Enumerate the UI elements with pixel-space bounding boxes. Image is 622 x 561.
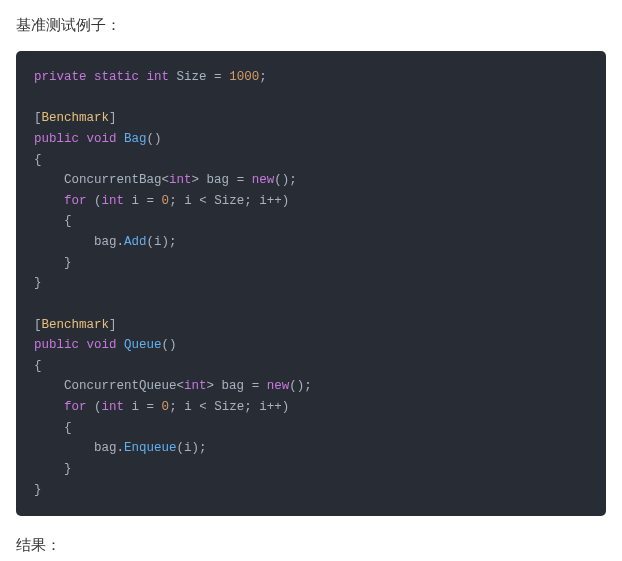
generic-int: int [184, 379, 207, 393]
type-int: int [147, 70, 170, 84]
indent [34, 235, 94, 249]
sp [199, 173, 207, 187]
type-void: void [87, 338, 117, 352]
eq: = [244, 379, 267, 393]
brace-close: } [34, 462, 72, 476]
kw-static: static [94, 70, 139, 84]
lp: ( [177, 441, 185, 455]
brace-open: { [34, 153, 42, 167]
var-i: i [132, 400, 140, 414]
attr-benchmark: Benchmark [42, 111, 110, 125]
tail: (); [274, 173, 297, 187]
lt-op: < [192, 194, 215, 208]
sp [124, 400, 132, 414]
type-int: int [102, 194, 125, 208]
kw-private: private [34, 70, 87, 84]
kw-for: for [64, 194, 87, 208]
brace-open: { [34, 359, 42, 373]
num-0: 0 [162, 400, 170, 414]
sp [124, 194, 132, 208]
lbracket: [ [34, 111, 42, 125]
fn-add: Add [124, 235, 147, 249]
obj-bag: bag [94, 441, 117, 455]
kw-public: public [34, 132, 79, 146]
lp: ( [147, 235, 155, 249]
lt-op: < [192, 400, 215, 414]
kw-new: new [252, 173, 275, 187]
kw-new: new [267, 379, 290, 393]
indent [34, 379, 64, 393]
semi: ; [259, 70, 267, 84]
var-i: i [132, 194, 140, 208]
fn-bag: Bag [124, 132, 147, 146]
type-int: int [102, 400, 125, 414]
var-bag: bag [222, 379, 245, 393]
var-size: Size [177, 70, 207, 84]
attr-benchmark: Benchmark [42, 318, 110, 332]
arg-i: i [184, 441, 192, 455]
heading-result: 结果： [0, 536, 622, 555]
indent [34, 441, 94, 455]
var-size: Size [214, 194, 244, 208]
sp: ( [87, 400, 102, 414]
eq: = [139, 400, 162, 414]
semi: ; [169, 400, 184, 414]
inc: ++) [267, 400, 290, 414]
dot: . [117, 441, 125, 455]
cls-concurrentbag: ConcurrentBag [64, 173, 162, 187]
fn-enqueue: Enqueue [124, 441, 177, 455]
paren: () [147, 132, 162, 146]
num-0: 0 [162, 194, 170, 208]
paren: () [162, 338, 177, 352]
brace-close: } [34, 256, 72, 270]
type-void: void [87, 132, 117, 146]
var-i: i [259, 400, 267, 414]
rp: ); [162, 235, 177, 249]
sp [214, 379, 222, 393]
indent [34, 194, 64, 208]
heading-example: 基准测试例子： [0, 16, 622, 35]
brace-close: } [34, 276, 42, 290]
lt: < [177, 379, 185, 393]
cls-concurrentqueue: ConcurrentQueue [64, 379, 177, 393]
indent [34, 173, 64, 187]
brace-close: } [34, 483, 42, 497]
tail: (); [289, 379, 312, 393]
sp: ( [87, 194, 102, 208]
fn-queue: Queue [124, 338, 162, 352]
var-i: i [259, 194, 267, 208]
rp: ); [192, 441, 207, 455]
brace-open: { [34, 214, 72, 228]
semi: ; [244, 194, 259, 208]
num-1000: 1000 [229, 70, 259, 84]
var-i: i [184, 400, 192, 414]
brace-open: { [34, 421, 72, 435]
gt: > [192, 173, 200, 187]
code-block-example: private static int Size = 1000; [Benchma… [16, 51, 606, 516]
eq: = [139, 194, 162, 208]
rbracket: ] [109, 318, 117, 332]
lt: < [162, 173, 170, 187]
semi: ; [244, 400, 259, 414]
kw-for: for [64, 400, 87, 414]
eq: = [207, 70, 230, 84]
var-bag: bag [207, 173, 230, 187]
dot: . [117, 235, 125, 249]
var-i: i [184, 194, 192, 208]
var-size: Size [214, 400, 244, 414]
gt: > [207, 379, 215, 393]
obj-bag: bag [94, 235, 117, 249]
kw-public: public [34, 338, 79, 352]
lbracket: [ [34, 318, 42, 332]
indent [34, 400, 64, 414]
semi: ; [169, 194, 184, 208]
inc: ++) [267, 194, 290, 208]
generic-int: int [169, 173, 192, 187]
rbracket: ] [109, 111, 117, 125]
arg-i: i [154, 235, 162, 249]
eq: = [229, 173, 252, 187]
